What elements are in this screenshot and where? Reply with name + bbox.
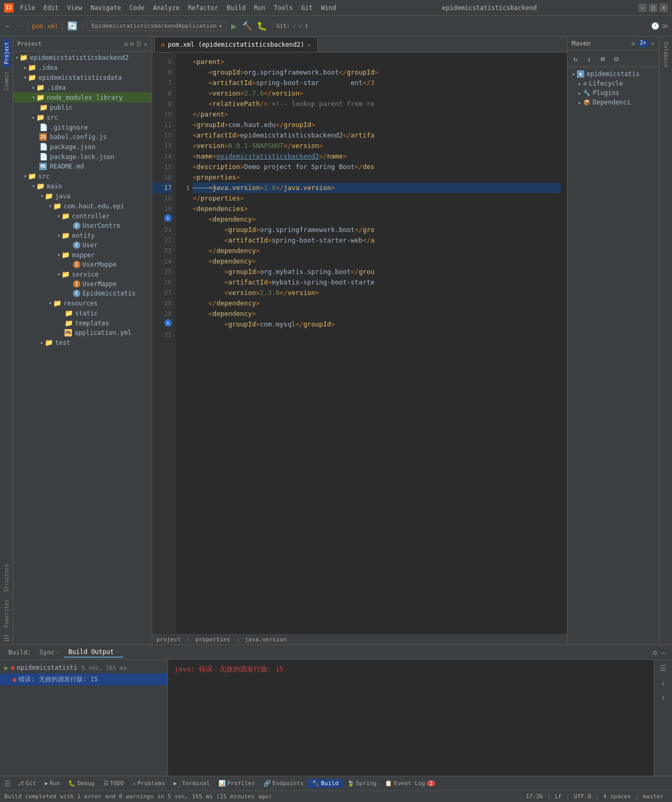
- bottom-tab-endpoints[interactable]: 🔗 Endpoints: [259, 779, 308, 788]
- build-output-close[interactable]: ✕: [116, 649, 119, 655]
- build-tab-label[interactable]: Build:: [4, 648, 35, 657]
- build-button[interactable]: 🔨: [241, 20, 254, 32]
- code-content[interactable]: <parent> <groupId>org.springframework.bo…: [186, 52, 567, 634]
- status-branch[interactable]: master: [638, 793, 668, 800]
- bottom-tab-build[interactable]: 🔨 Build: [308, 779, 342, 788]
- maven-root-item[interactable]: ▾ m epidemicstatis: [570, 69, 657, 79]
- list-item[interactable]: C Epidemicstatis: [13, 289, 152, 298]
- menu-file[interactable]: File: [16, 3, 39, 13]
- menu-tools[interactable]: Tools: [270, 3, 297, 13]
- menu-git[interactable]: Git: [297, 3, 317, 13]
- menu-refactor[interactable]: Refactor: [184, 3, 223, 13]
- run-config-dropdown[interactable]: EpidemicstatisticsbackendApplication ▾: [87, 21, 227, 31]
- maven-plugins-item[interactable]: ▸ 🔧 Plugins: [570, 88, 657, 98]
- maven-close-icon[interactable]: ✕: [651, 40, 655, 47]
- toolbar-more[interactable]: ≫: [662, 22, 669, 30]
- build-minimize-icon[interactable]: —: [659, 646, 668, 659]
- breadcrumb-properties[interactable]: properties: [195, 636, 230, 643]
- build-output-tab[interactable]: Build Output ✕: [64, 647, 123, 658]
- toolbar-back[interactable]: ←: [3, 20, 13, 31]
- bottom-tab-eventlog[interactable]: 📋 Event Log 2: [381, 779, 439, 788]
- build-root-item[interactable]: ▶ ● epidemicstatisti 5 sec, 165 ms: [0, 662, 167, 673]
- list-item[interactable]: ▾ 📁 resources: [13, 298, 152, 308]
- list-item[interactable]: ▾ 📁 epidemicstatisticsdata: [13, 72, 152, 82]
- maven-deps-item[interactable]: ▸ 📦 Dependenci: [570, 98, 657, 107]
- breadcrumb-javaversion[interactable]: java.version: [245, 636, 286, 643]
- list-item[interactable]: ▸ 📁 test: [13, 337, 152, 347]
- list-item[interactable]: ▾ 📁 entity: [13, 230, 152, 240]
- maven-collapse-icon[interactable]: ⊟: [611, 53, 622, 65]
- menu-view[interactable]: View: [63, 3, 87, 13]
- menu-window[interactable]: Wind: [317, 3, 340, 13]
- menu-edit[interactable]: Edit: [39, 3, 63, 13]
- favorites-tab[interactable]: Favorites: [3, 596, 10, 631]
- maximize-button[interactable]: □: [649, 4, 657, 12]
- list-item[interactable]: ▸ 📁 src: [13, 112, 152, 122]
- list-item[interactable]: I UserMappe: [13, 260, 152, 269]
- bottom-tab-problems[interactable]: ⚠ Problems: [128, 779, 170, 788]
- list-item[interactable]: 📁 static: [13, 308, 152, 318]
- tab-pom-xml[interactable]: m pom.xml (epidemicstatisticsbackend2) ✕: [154, 37, 318, 52]
- project-settings-icon[interactable]: ⚙: [124, 40, 128, 48]
- project-collapse-icon[interactable]: ☰: [136, 40, 142, 48]
- build-import-icon[interactable]: ↑: [659, 691, 667, 704]
- menu-run[interactable]: Run: [250, 3, 270, 13]
- list-item[interactable]: ▾ 📁 epidemicstatisticsbackend2: [13, 52, 152, 62]
- list-item[interactable]: ▾ 📁 com.haut.edu.epi: [13, 201, 152, 211]
- bottom-left-icon[interactable]: ☰: [1, 632, 12, 645]
- menu-build[interactable]: Build: [223, 3, 250, 13]
- menu-code[interactable]: Code: [125, 3, 149, 13]
- bottom-tab-run[interactable]: ▶ Run: [40, 779, 65, 788]
- list-item[interactable]: ▾ 📁 main: [13, 181, 152, 191]
- structure-tab[interactable]: Structure: [3, 561, 10, 595]
- list-item[interactable]: 📄 .gitignore: [13, 122, 152, 132]
- list-item[interactable]: ▾ 📁 node_modules library: [13, 92, 152, 102]
- menu-navigate[interactable]: Navigate: [87, 3, 125, 13]
- project-close-icon[interactable]: ✕: [144, 40, 148, 48]
- bottom-tab-todo[interactable]: ☰ TODO: [99, 779, 129, 788]
- bottom-tab-spring[interactable]: 🍃 Spring: [343, 779, 381, 788]
- list-item[interactable]: ▾ 📁 mapper: [13, 250, 152, 260]
- list-item[interactable]: MD README.md: [13, 162, 152, 171]
- git-check-icon[interactable]: ✓: [292, 22, 297, 30]
- menu-analyze[interactable]: Analyze: [149, 3, 184, 13]
- bottom-tab-git[interactable]: ⎇ Git: [13, 779, 40, 788]
- list-item[interactable]: ▸ 📁 .idea: [13, 62, 152, 72]
- run-button[interactable]: ▶: [229, 19, 239, 33]
- build-settings-icon[interactable]: ⚙: [650, 646, 659, 659]
- list-item[interactable]: ▾ 📁 controller: [13, 211, 152, 221]
- list-item[interactable]: 📄 package.json: [13, 142, 152, 152]
- list-item[interactable]: ▸ 📁 .idea: [13, 82, 152, 92]
- status-charset[interactable]: UTF-8: [570, 793, 595, 800]
- project-tab[interactable]: Project: [3, 39, 10, 67]
- toolbar-sync[interactable]: 🔄: [66, 20, 79, 32]
- list-item[interactable]: C User: [13, 240, 152, 250]
- bottom-tab-terminal[interactable]: ▶_ Terminal: [170, 779, 214, 788]
- maven-download-icon[interactable]: ↓: [583, 53, 595, 65]
- maven-refresh-icon[interactable]: ↻: [570, 53, 581, 65]
- list-item[interactable]: ▾ 📁 java: [13, 191, 152, 201]
- list-item[interactable]: 📁 templates: [13, 318, 152, 328]
- build-error-item[interactable]: ● 错误: 无效的源发行版: 15: [0, 673, 167, 685]
- database-tab[interactable]: Database: [662, 39, 670, 70]
- debug-button[interactable]: 🐛: [256, 20, 268, 32]
- project-expand-icon[interactable]: ⊞: [130, 40, 134, 48]
- maven-expand-icon[interactable]: ⊞: [597, 53, 608, 65]
- list-item[interactable]: ▾ 📁 src: [13, 171, 152, 181]
- breadcrumb-project[interactable]: project: [156, 636, 181, 643]
- toolbar-forward[interactable]: →: [15, 20, 24, 31]
- close-button[interactable]: ✕: [659, 4, 668, 12]
- bottom-tab-debug[interactable]: 🐛 Debug: [64, 779, 99, 788]
- sync-tab[interactable]: Sync ✕: [35, 648, 64, 657]
- list-item[interactable]: 📄 package-lock.json: [13, 152, 152, 162]
- status-lf[interactable]: LF: [551, 793, 566, 800]
- list-item[interactable]: C UserContro: [13, 221, 152, 230]
- bottom-left-icon[interactable]: ☰: [2, 777, 13, 790]
- build-filter-icon[interactable]: ☰: [658, 662, 669, 674]
- list-item[interactable]: ▾ 📁 service: [13, 269, 152, 279]
- list-item[interactable]: JS babel.config.js: [13, 132, 152, 142]
- sync-tab-close[interactable]: ✕: [57, 649, 60, 655]
- build-scroll-end-icon[interactable]: ↓: [659, 677, 667, 689]
- list-item[interactable]: I UserMappe: [13, 279, 152, 289]
- bottom-tab-profiler[interactable]: 📊 Profiler: [214, 779, 259, 788]
